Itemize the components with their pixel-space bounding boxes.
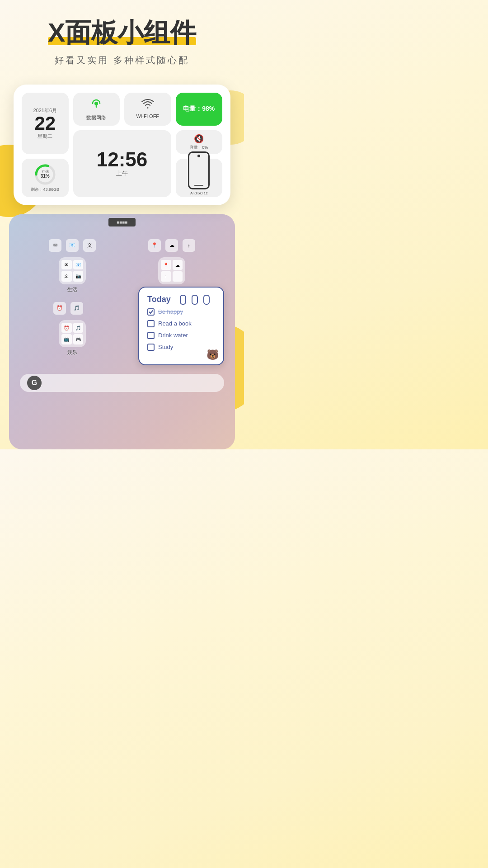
- header: X面板小组件 好看又实用 多种样式随心配: [0, 0, 244, 71]
- page-title: X面板小组件: [48, 18, 197, 47]
- todo-checkbox-3[interactable]: [147, 332, 155, 339]
- control-widget: 2021年6月 22 星期二 数据网络 Wi-Fi OFF: [14, 85, 230, 205]
- app-icon-weather[interactable]: ☁: [165, 239, 178, 252]
- todo-item-3[interactable]: Drink water: [147, 332, 215, 339]
- status-bar: ■■■■: [9, 214, 235, 230]
- app-icon-text[interactable]: 文: [83, 239, 96, 252]
- app-icon-mail[interactable]: ✉: [49, 239, 61, 252]
- battery-cell: 电量：98%: [176, 93, 223, 126]
- folder-ent-4: 🎮: [73, 334, 84, 344]
- top-icons-right: 📍 ☁ ↑: [144, 237, 200, 254]
- clock-cell: 12:56 上午: [73, 130, 171, 197]
- folder-ent-2: 🎵: [73, 323, 84, 333]
- day: 22: [34, 114, 56, 133]
- folder-entertainment[interactable]: ⏰ 🎵 📺 🎮 娱乐: [59, 320, 86, 356]
- status-bar-notch: ■■■■: [108, 218, 136, 226]
- folder-life-icon: ✉ 📧 文 📷: [59, 257, 86, 284]
- app-icon-upload[interactable]: ↑: [183, 239, 195, 252]
- folder-life[interactable]: ✉ 📧 文 📷 生活: [59, 257, 86, 293]
- folder-ent-3: 📺: [61, 334, 72, 344]
- folder-life-label: 生活: [67, 286, 77, 293]
- middle-icons-left: ⏰ 🎵: [49, 300, 88, 316]
- phone-outline: [188, 151, 210, 189]
- network-label: 数据网络: [86, 114, 106, 121]
- todo-widget: Today Be happy Read a book Drink water: [138, 287, 224, 365]
- google-g-logo: G: [27, 376, 42, 390]
- todo-ring-2: [192, 295, 198, 305]
- todo-ring-1: [180, 295, 186, 305]
- weekday: 星期二: [38, 133, 52, 140]
- page-subtitle: 好看又实用 多种样式随心配: [9, 54, 235, 66]
- todo-ring-3: [203, 295, 210, 305]
- app-icon-clock[interactable]: ⏰: [53, 302, 66, 315]
- google-search-bar[interactable]: G: [20, 374, 224, 392]
- wifi-cell: Wi-Fi OFF: [124, 93, 171, 126]
- todo-title: Today: [147, 295, 171, 304]
- app-icon-music[interactable]: 🎵: [70, 302, 83, 315]
- wifi-icon: [141, 99, 154, 112]
- folder-app-4: 📷: [73, 271, 84, 282]
- phone-screenshot: ■■■■ ✉ 📧 文 📍 ☁ ↑ ✉ 📧 文 📷: [9, 214, 235, 449]
- todo-text-3: Drink water: [158, 332, 188, 339]
- todo-item-4[interactable]: Study: [147, 344, 215, 351]
- todo-text-2: Read a book: [158, 320, 192, 327]
- clock-ampm: 上午: [116, 170, 128, 178]
- todo-checkbox-2[interactable]: [147, 320, 155, 327]
- android-label: Android 12: [190, 191, 208, 195]
- todo-text-4: Study: [158, 344, 173, 350]
- app-row-1: ✉ 📧 文 📍 ☁ ↑: [23, 237, 221, 254]
- storage-cell: 存储 31% 剩余：43.96GB: [22, 159, 69, 197]
- storage-remain: 剩余：43.96GB: [31, 187, 59, 193]
- folder-app-1: ✉: [61, 260, 72, 269]
- top-icons-left: ✉ 📧 文: [44, 237, 100, 254]
- phone-home-bar: [194, 185, 203, 186]
- storage-ring: 存储 31%: [34, 163, 56, 186]
- network-icon: [90, 97, 103, 113]
- folder-app-7: ↑: [161, 271, 171, 282]
- battery-label: 电量：98%: [183, 105, 215, 113]
- network-cell: 数据网络: [73, 93, 120, 126]
- folder-app-3: 文: [61, 271, 72, 282]
- todo-item-2[interactable]: Read a book: [147, 320, 215, 327]
- clock-time: 12:56: [97, 150, 148, 170]
- app-icon-msg[interactable]: 📧: [66, 239, 79, 252]
- storage-label: 存储 31%: [41, 170, 50, 179]
- folder-app-6: ☁: [173, 260, 183, 270]
- folder-app-2: 📧: [73, 260, 84, 269]
- todo-item-1[interactable]: Be happy: [147, 308, 215, 316]
- app-icon-location[interactable]: 📍: [148, 239, 161, 252]
- bear-decoration: 🐻: [206, 349, 219, 361]
- folder-entertainment-icon: ⏰ 🎵 📺 🎮: [59, 320, 86, 347]
- wifi-label: Wi-Fi OFF: [136, 113, 159, 119]
- folder-app-5: 📍: [161, 260, 171, 270]
- phone-mock-cell: Android 12: [176, 130, 223, 197]
- todo-checkbox-1[interactable]: [147, 308, 155, 316]
- folder-travel-icon: 📍 ☁ ↑: [158, 257, 185, 284]
- folder-app-8: [173, 271, 183, 282]
- todo-text-1: Be happy: [158, 308, 183, 315]
- todo-header: Today: [147, 295, 215, 305]
- folder-entertainment-label: 娱乐: [67, 349, 77, 356]
- folder-ent-1: ⏰: [61, 323, 72, 333]
- date-cell: 2021年6月 22 星期二: [22, 93, 69, 154]
- todo-checkbox-4[interactable]: [147, 344, 155, 351]
